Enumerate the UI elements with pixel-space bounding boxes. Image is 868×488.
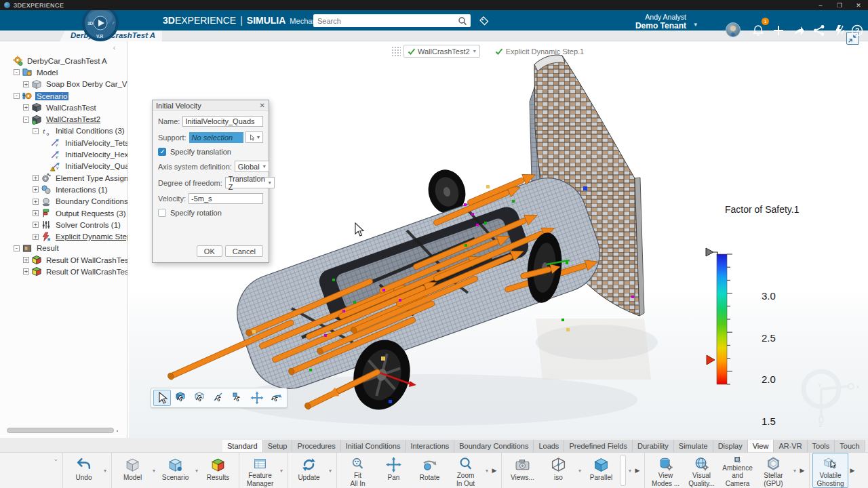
group-overflow-arrow[interactable]: ▶ bbox=[848, 453, 856, 488]
add-icon[interactable] bbox=[772, 24, 785, 37]
actionbar-collapse-chevron[interactable]: ⌄ bbox=[0, 453, 62, 488]
share-arrow-icon[interactable] bbox=[792, 24, 806, 37]
tree-item-interactions-1[interactable]: +Interactions (1) bbox=[0, 184, 127, 195]
user-chevron-down-icon[interactable]: ▾ bbox=[694, 21, 697, 28]
tree-item-boundary-conditions-1[interactable]: +Boundary Conditions (1) bbox=[0, 196, 127, 207]
tree-expander-icon[interactable]: + bbox=[33, 210, 39, 216]
active-step-label[interactable]: Explicit Dynamic Step.1 bbox=[495, 47, 585, 56]
scenario-selector-dropdown[interactable]: WallCrashTest2 ▾ bbox=[403, 45, 480, 58]
tree-item-initial-conditions-3[interactable]: -toInitial Conditions (3) bbox=[0, 125, 127, 137]
tree-item-derbycar-crashtest-a[interactable]: +DerbyCar_CrashTest A bbox=[0, 55, 127, 66]
tree-expander-icon[interactable]: - bbox=[14, 69, 20, 75]
ribbon-tab-tools[interactable]: Tools bbox=[808, 440, 835, 452]
notifications-bell-icon[interactable] bbox=[751, 24, 765, 37]
axis-system-dropdown[interactable]: Global▾ bbox=[235, 161, 269, 172]
ribbon-tab-initial-conditions[interactable]: Initial Conditions bbox=[341, 440, 406, 452]
support-picker-button[interactable]: ▾ bbox=[245, 131, 263, 143]
tree-expander-icon[interactable]: + bbox=[33, 234, 39, 240]
specify-translation-checkbox[interactable] bbox=[158, 148, 166, 156]
view-modes-button[interactable]: ViewModes ... bbox=[648, 453, 684, 488]
tree-horizontal-scrollbar[interactable] bbox=[7, 428, 114, 433]
tree-item-result-of-wallcrashtest[interactable]: +Result Of WallCrashTest bbox=[0, 254, 127, 266]
ribbon-tab-loads[interactable]: Loads bbox=[534, 440, 564, 452]
ribbon-tab-touch[interactable]: Touch bbox=[835, 440, 865, 452]
scenario-button[interactable]: Scenario bbox=[157, 453, 193, 488]
navigation-compass-ghost[interactable]: x z y bbox=[797, 363, 868, 428]
parallel-button[interactable]: Parallel bbox=[583, 453, 619, 488]
user-menu[interactable]: Andy Analyst Demo Tenant bbox=[635, 14, 686, 30]
degree-of-freedom-dropdown[interactable]: Translation Z▾ bbox=[225, 177, 275, 188]
share-network-icon[interactable] bbox=[812, 24, 826, 37]
search-icon[interactable] bbox=[457, 16, 468, 26]
iso-dropdown-icon[interactable]: ▾ bbox=[576, 453, 583, 488]
pan-button[interactable]: Pan bbox=[376, 453, 412, 488]
close-button[interactable]: ✕ bbox=[849, 0, 868, 10]
help-icon[interactable]: ? bbox=[850, 24, 864, 37]
tree-item-wallcrashtest2[interactable]: -WallCrashTest2 bbox=[0, 113, 127, 125]
views-button[interactable]: Views... bbox=[505, 453, 540, 488]
group-overflow-arrow[interactable]: ▶ bbox=[633, 453, 642, 488]
ribbon-tab-view[interactable]: View bbox=[748, 440, 774, 452]
select-box-tool[interactable] bbox=[172, 390, 190, 406]
ribbon-tab-interactions[interactable]: Interactions bbox=[406, 440, 454, 452]
tree-expander-icon[interactable]: + bbox=[23, 268, 29, 274]
ribbon-tab-ar-vr[interactable]: AR-VR bbox=[774, 440, 807, 452]
iso-button[interactable]: iso bbox=[540, 453, 576, 488]
velocity-field[interactable] bbox=[189, 193, 263, 204]
actionbar-scroll-thumb[interactable] bbox=[620, 455, 626, 486]
tree-item-result[interactable]: -Result bbox=[0, 243, 127, 254]
fit-all-in-button[interactable]: FitAll In bbox=[340, 453, 376, 488]
name-field[interactable] bbox=[182, 116, 263, 127]
stellar-gpu-button[interactable]: Stellar(GPU) bbox=[755, 453, 791, 488]
tree-expander-icon[interactable]: + bbox=[33, 186, 39, 192]
tree-item-model[interactable]: -Model bbox=[0, 66, 127, 78]
ribbon-tab-setup[interactable]: Setup bbox=[263, 440, 293, 452]
support-field[interactable]: No selection bbox=[189, 132, 243, 143]
tree-item-soap-box-derby-car-v1-a[interactable]: +Soap Box Derby Car_V1 A bbox=[0, 79, 127, 90]
select-through-box-tool[interactable] bbox=[191, 390, 209, 406]
results-button[interactable]: Results bbox=[200, 453, 236, 488]
lightning-icon[interactable] bbox=[833, 24, 846, 37]
minimize-button[interactable]: – bbox=[811, 0, 830, 10]
tree-expander-icon[interactable]: + bbox=[23, 257, 29, 263]
visual-quality-button[interactable]: VisualQuality... bbox=[684, 453, 719, 488]
tag-icon[interactable] bbox=[479, 16, 490, 26]
ribbon-tab-boundary-conditions[interactable]: Boundary Conditions bbox=[454, 440, 534, 452]
select-rectangle-tool[interactable] bbox=[229, 390, 247, 406]
drag-handle[interactable] bbox=[391, 46, 401, 56]
tree-item-initialvelocity-quads[interactable]: +v!InitialVelocity_Quads bbox=[0, 161, 127, 172]
avatar[interactable] bbox=[726, 22, 741, 37]
ok-button[interactable]: OK bbox=[197, 245, 222, 257]
ambience-and-camera-button[interactable]: Ambienceand Camera bbox=[719, 453, 755, 488]
model-button[interactable]: Model bbox=[115, 453, 151, 488]
ribbon-tab-standard[interactable]: Standard bbox=[222, 440, 263, 452]
group-overflow-arrow[interactable]: ▶ bbox=[490, 453, 498, 488]
tree-expander-icon[interactable]: + bbox=[33, 199, 39, 205]
maximize-button[interactable]: ❐ bbox=[830, 0, 849, 10]
tree-expander-icon[interactable]: - bbox=[33, 128, 39, 134]
undo-dropdown-icon[interactable]: ▾ bbox=[102, 453, 108, 488]
group-overflow-arrow[interactable]: ▶ bbox=[798, 453, 806, 488]
group-dropdown-icon[interactable]: ▾ bbox=[627, 453, 633, 488]
rotate-view-tool[interactable] bbox=[267, 390, 285, 406]
tree-item-initialvelocity-tets[interactable]: +vInitialVelocity_Tets bbox=[0, 137, 127, 148]
volatile-ghosting-button[interactable]: VolatileGhosting bbox=[812, 453, 848, 488]
tree-item-output-requests-3[interactable]: +Output Requests (3) bbox=[0, 207, 127, 219]
tree-item-initialvelocity-hex[interactable]: +vInitialVelocity_Hex bbox=[0, 148, 127, 160]
search-input[interactable] bbox=[313, 17, 457, 25]
ribbon-tab-simulate[interactable]: Simulate bbox=[674, 440, 713, 452]
stellar-gpu-dropdown-icon[interactable]: ▾ bbox=[791, 453, 798, 488]
tree-item-result-of-wallcrashtest2[interactable]: +Result Of WallCrashTest2 bbox=[0, 266, 127, 277]
new-tab-button[interactable]: + bbox=[144, 30, 149, 40]
tree-item-element-type-assignments-1[interactable]: +Element Type Assignments (1) bbox=[0, 172, 127, 184]
collapse-tree-icon[interactable]: ‹ bbox=[113, 44, 115, 52]
undo-button[interactable]: Undo bbox=[66, 453, 102, 488]
rotate-button[interactable]: Rotate bbox=[412, 453, 448, 488]
tree-expander-icon[interactable]: + bbox=[23, 81, 29, 87]
feature-manager-dropdown-icon[interactable]: ▾ bbox=[278, 453, 285, 488]
ribbon-tab-procedures[interactable]: Procedures bbox=[292, 440, 340, 452]
update-button[interactable]: Update bbox=[291, 453, 327, 488]
tree-expander-icon[interactable]: - bbox=[23, 117, 29, 123]
scenario-dropdown-icon[interactable]: ▾ bbox=[193, 453, 200, 488]
move-tool[interactable] bbox=[248, 390, 266, 406]
